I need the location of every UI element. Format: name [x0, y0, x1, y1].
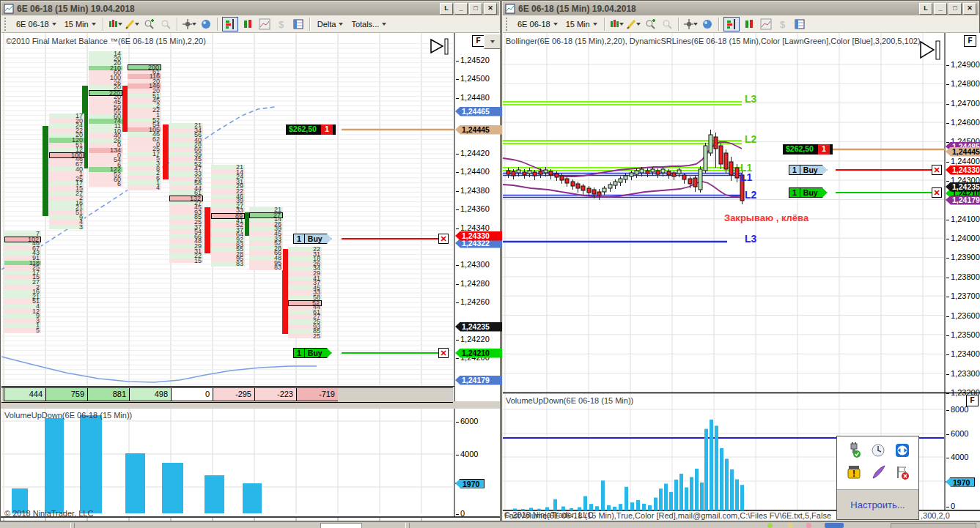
footprint-cell: 45 [169, 205, 203, 210]
link-button[interactable]: L [440, 3, 453, 15]
footprint-cell: 39 [249, 226, 283, 231]
data-panel-icon[interactable] [792, 18, 807, 31]
right-volume-fixed-scale-button[interactable]: F [966, 395, 979, 406]
taskbar-grip[interactable] [70, 523, 75, 528]
footprint-cell: 132 [169, 196, 203, 201]
instrument-dropdown[interactable]: 6E 06-18 [515, 18, 561, 30]
right-bar-marker-icon[interactable] [919, 40, 943, 62]
buy-target-tag[interactable]: 1Buy T1 [293, 348, 332, 358]
chart-style-footprint-icon[interactable] [723, 17, 740, 31]
teamviewer-icon[interactable] [894, 442, 910, 458]
taskbar-app-icon[interactable] [806, 523, 811, 528]
right-copyright: © 2018 NinjaTrader, LLC [504, 510, 593, 519]
footprint-cell: 26 [89, 138, 122, 144]
interval-dropdown[interactable]: 15 Min [62, 18, 99, 30]
chart-style-footprint-icon[interactable] [222, 17, 238, 31]
crosshair-icon[interactable] [683, 18, 698, 31]
zoom-in-icon[interactable] [643, 18, 657, 31]
crosshair-icon[interactable] [182, 18, 196, 31]
price-tag-red: 1,24330 [946, 166, 980, 175]
chart-style-line-icon[interactable] [759, 18, 773, 31]
minimize-button[interactable]: _ [934, 3, 947, 15]
instrument-dropdown[interactable]: 6E 06-18 [13, 18, 59, 30]
footprint-cell: 21 [211, 165, 245, 170]
chart-style-line-icon[interactable] [257, 18, 272, 31]
footprint-cell: 24 [49, 123, 84, 128]
feather-pen-icon[interactable] [870, 464, 886, 480]
usb-connected-icon[interactable] [846, 442, 862, 458]
snapshot-icon[interactable] [700, 18, 715, 31]
footprint-cell: 22 [49, 128, 84, 133]
totals-cell: -295 [213, 387, 254, 401]
axis-tick: 1,24280 [456, 279, 490, 288]
interval-dropdown[interactable]: 15 Min [563, 18, 600, 30]
footprint-cell: 9 [4, 313, 41, 319]
axis-tick: 0 [456, 509, 465, 518]
close-button[interactable]: ✕ [484, 3, 497, 15]
taskbar-grip[interactable] [405, 523, 410, 528]
footprint-cell: 21 [4, 294, 41, 300]
taskbar-app-icon[interactable] [788, 523, 793, 528]
cancel-order-button[interactable]: ✕ [438, 348, 449, 358]
totals-cell: 759 [45, 387, 87, 401]
footprint-cell: 26 [249, 222, 283, 227]
footprint-cell: 58 [288, 295, 322, 300]
footprint-cell: 14 [89, 51, 122, 56]
chart-style-bars-icon[interactable] [240, 18, 255, 31]
draw-tool-icon[interactable] [626, 18, 641, 31]
cancel-order-button[interactable]: ✕ [438, 234, 449, 244]
axis-tick: 1,24420 [456, 149, 490, 157]
footprint-cell: 91 [4, 256, 41, 261]
footprint-cell: 25 [128, 146, 161, 152]
chart-style-bars-icon[interactable] [742, 18, 756, 31]
footprint-cell: 17 [49, 181, 84, 186]
unrealized-pnl-tag[interactable]: $262,501 [286, 124, 336, 135]
delta-dropdown[interactable]: Delta [314, 18, 347, 30]
unrealized-pnl-tag[interactable]: $262,501 [783, 144, 833, 155]
footprint-cell: 50 [89, 105, 122, 110]
footprint-cell: 8 [128, 166, 161, 171]
minimize-button[interactable]: _ [454, 3, 468, 15]
left-fixed-scale-button[interactable]: F [472, 35, 485, 47]
right-titlebar[interactable]: 6E 06-18 (15 Min) 19.04.2018 L _ □ ✕ [503, 1, 979, 15]
maximize-button[interactable]: □ [948, 3, 962, 15]
footprint-cell: 17 [49, 114, 84, 119]
toolbar-grip[interactable] [506, 18, 511, 31]
axis-tick: 1,23700 [946, 291, 980, 300]
maximize-button[interactable]: □ [469, 3, 482, 15]
left-bar-marker-icon[interactable] [430, 38, 452, 57]
warning-alert-icon[interactable]: ! [846, 464, 862, 480]
candlestick-style-icon[interactable] [108, 18, 122, 31]
buy-target-tag[interactable]: 1Buy T1 [789, 187, 828, 198]
close-button[interactable]: ✕ [963, 3, 976, 15]
cancel-order-button[interactable]: ✕ [932, 165, 942, 175]
chart-window-icon [4, 4, 14, 14]
clock-icon[interactable] [870, 442, 886, 458]
draw-tool-icon[interactable] [125, 18, 139, 31]
totals-dropdown[interactable]: Totals... [348, 18, 389, 30]
axis-tick: 1,23500 [946, 330, 980, 339]
footprint-cell: 6 [89, 163, 122, 168]
snapshot-icon[interactable] [199, 18, 213, 31]
footprint-cell: 74 [89, 119, 122, 124]
taskbar-input[interactable] [320, 523, 362, 528]
footprint-cell: 64 [211, 232, 245, 237]
buy-stop-tag[interactable]: 1Buy S1 [789, 165, 828, 175]
configure-menu-item[interactable]: Настроить... [837, 489, 918, 519]
taskbar-status-icon[interactable] [767, 523, 773, 528]
link-button[interactable]: L [919, 3, 932, 15]
flag-error-icon[interactable] [894, 464, 910, 480]
footprint-cell: 1 [128, 180, 161, 185]
candlestick-style-icon[interactable] [609, 18, 624, 31]
zoom-in-icon[interactable] [141, 18, 156, 31]
left-axis-dropdown[interactable] [484, 34, 501, 49]
toolbar-grip[interactable] [4, 18, 10, 31]
taskbar-app-icon[interactable] [825, 523, 844, 528]
buy-stop-tag[interactable]: 1Buy S1 [293, 234, 332, 244]
cancel-order-button[interactable]: ✕ [932, 187, 942, 198]
left-titlebar[interactable]: 6E 06-18 (15 Min) 19.04.2018 L _ □ ✕ [1, 1, 499, 15]
right-fixed-scale-button[interactable]: F [964, 35, 976, 47]
data-panel-icon[interactable] [291, 18, 306, 31]
footprint-cell: 116 [128, 74, 161, 79]
footprint-cell: 12 [4, 309, 41, 314]
